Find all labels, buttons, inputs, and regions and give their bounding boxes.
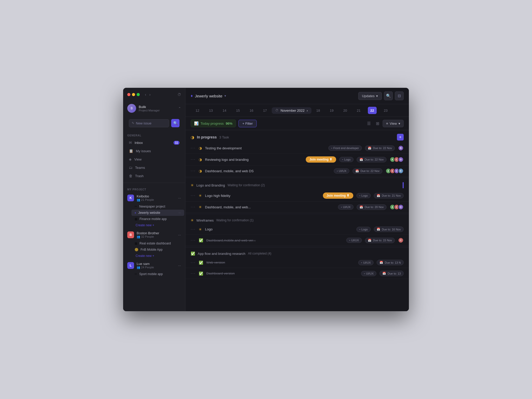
sub-project-finance[interactable]: ▦ Finance mobile app (131, 216, 184, 222)
app-window: ‹ › ⏱ B Bulik Project Manager ⌃ ✎ New is… (123, 88, 409, 311)
sidebar-divider (123, 183, 185, 183)
sub-projects-keibobo: ✂ Newspaper project ♦ Jewerly website ··… (123, 203, 185, 228)
completed-group-icon: ✅ (191, 251, 195, 256)
project-header-lue[interactable]: L Lue sam 👥 24 People ··· (123, 260, 185, 271)
join-meeting-button[interactable]: Join meeting 🎙 (306, 156, 336, 163)
jewerly-icon: ♦ (135, 211, 136, 215)
date-current-month[interactable]: ⏱ November 2022 › (272, 107, 311, 114)
avatar: D (398, 157, 404, 162)
due-date-label: Due to: 22 Nov (373, 147, 392, 150)
history-button[interactable]: ⏱ (177, 92, 181, 97)
dots-icon: ··· (191, 271, 196, 276)
minimize-traffic-light[interactable] (132, 93, 135, 96)
sub-project-name-finance: Finance mobile app (139, 217, 181, 221)
wireframes-waiting-icon: ✳ (191, 218, 194, 222)
filter-button[interactable]: + Filter (238, 120, 257, 127)
chevron-down-icon: ▾ (224, 94, 226, 98)
view-dropdown-button[interactable]: ≡ View ▾ (383, 120, 404, 127)
issue-row[interactable]: ··· ✅ Dashboard,mobile,and web ver... UI… (185, 235, 409, 246)
issue-row[interactable]: ··· ✳ Logo high fidelity Join meeting 🎙 … (185, 190, 409, 202)
trash-icon: 🗑 (129, 174, 132, 178)
current-month-label: November 2022 (281, 109, 305, 112)
sub-project-newspaper[interactable]: ✂ Newspaper project (131, 203, 184, 210)
date-highlighted-22[interactable]: 22 (368, 107, 377, 114)
sub-project-sport[interactable]: ✂ Sport mobile app (131, 271, 184, 277)
list-view-button[interactable]: ☰ (365, 120, 373, 127)
in-progress-count: 3 Task (219, 135, 229, 139)
sub-group-header-wireframes: ✳ Wireframes Waiting for confirmation (1… (185, 215, 409, 224)
sub-group-status-wireframes: Waiting for confirmation (1) (216, 218, 254, 222)
teams-label: Teams (135, 166, 145, 170)
project-header-boston[interactable]: B Boston Brother 👥 32 People ··· (123, 229, 185, 240)
sidebar-item-inbox[interactable]: ✉ Inbox 11 (125, 138, 184, 147)
forward-button[interactable]: › (148, 91, 152, 98)
sub-project-jewerly[interactable]: ♦ Jewerly website ··· (131, 210, 184, 216)
maximize-traffic-light[interactable] (137, 93, 140, 96)
create-new-boston[interactable]: Create new + (130, 253, 185, 259)
nav-forward-icon[interactable]: › (307, 109, 308, 112)
issue-tag: Front end developer (328, 145, 362, 151)
updates-chevron-icon: ▾ (376, 94, 378, 98)
due-date-label: Due to: 13 (388, 272, 401, 275)
nav-buttons: ‹ › (144, 91, 151, 98)
sidebar-item-my-issues[interactable]: 📋 My issues (125, 147, 184, 155)
issue-tag: UI/UX (338, 204, 353, 210)
issue-row[interactable]: ··· ✳ Dashboard, mobile, and web... UI/U… (185, 202, 409, 213)
project-more-keibobo[interactable]: ··· (178, 196, 181, 200)
sub-project-real-estate[interactable]: ▦ Real estate dashboard (131, 240, 184, 247)
date-12: 12 (191, 109, 204, 112)
search-icon-button[interactable]: 🔍 (384, 91, 393, 100)
sub-project-name-newspaper: Newspaper project (139, 205, 181, 208)
progress-icon: 📊 (194, 121, 198, 125)
project-more-boston[interactable]: ··· (178, 233, 181, 237)
new-issue-input[interactable]: ✎ New issue (129, 119, 169, 127)
filter-label: + Filter (242, 122, 253, 125)
project-avatar-l: L (127, 262, 134, 269)
date-19: 19 (325, 109, 338, 112)
search-button[interactable]: 🔍 (171, 119, 179, 127)
issue-row[interactable]: ··· ◑ Dashboard, mobile, and web DS UI/U… (185, 165, 409, 177)
sidebar-item-trash[interactable]: 🗑 Trash (125, 172, 184, 180)
issue-name: Testing the development (205, 146, 325, 150)
grid-view-button[interactable]: ⊞ (374, 120, 381, 127)
project-header-keibobo[interactable]: K Keibobo 👥 21 People ··· (123, 192, 185, 203)
project-people-keibobo: 👥 21 People (137, 198, 154, 202)
issues-container[interactable]: ◑ In progress 3 Task + ··· ◑ Testing the… (185, 130, 409, 311)
sub-group-status-app-flow: All completed (4) (248, 252, 271, 255)
project-people-boston: 👥 32 People (137, 235, 159, 238)
calendar-icon: 📅 (360, 158, 363, 161)
back-button[interactable]: ‹ (144, 91, 147, 98)
calendar-icon: 📅 (368, 147, 371, 150)
user-expand-button[interactable]: ⌃ (178, 107, 181, 110)
sidebar-item-teams[interactable]: 🗂 Teams (125, 163, 184, 172)
my-issues-label: My issues (136, 149, 151, 153)
project-more-lue[interactable]: ··· (178, 263, 181, 268)
waiting-icon: ✳ (191, 183, 194, 187)
sidebar-item-view[interactable]: ◈ View (125, 155, 184, 163)
create-new-keibobo[interactable]: Create new + (130, 222, 185, 228)
issue-row[interactable]: ··· ◑ Testing the development Front end … (185, 143, 409, 154)
layout-icon-button[interactable]: ⊟ (395, 91, 404, 100)
close-traffic-light[interactable] (127, 93, 130, 96)
calendar-icon: 📅 (368, 239, 371, 242)
issue-row[interactable]: ··· ✳ Logo Logo 📅 Due to: 16 Nov (185, 224, 409, 235)
issue-name: Dashboard, mobile, and web... (205, 205, 335, 209)
calendar-icon: 📅 (360, 205, 363, 209)
view-label: View (390, 122, 397, 125)
sub-project-more-jewerly[interactable]: ··· (178, 211, 181, 215)
avatar-stack: A C D (390, 157, 404, 162)
due-date-tag: 📅 Due to: 13 (380, 271, 404, 276)
join-meeting-button[interactable]: Join meeting 🎙 (323, 192, 353, 199)
add-in-progress-button[interactable]: + (397, 134, 404, 141)
sport-icon: ✂ (135, 272, 137, 276)
issue-row[interactable]: ··· ◑ Reviewing logo and branding Join m… (185, 154, 409, 165)
sub-project-name-real-estate: Real estate dashboard (139, 242, 181, 245)
titlebar: ‹ › ⏱ (123, 88, 185, 101)
status-icon: ✳ (199, 227, 202, 231)
issue-row[interactable]: ··· ✅ Dashboard version UI/UX 📅 Due to: … (185, 268, 409, 279)
issue-row[interactable]: ··· ✅ Web version UI/UX 📅 Due to: 13 N (185, 257, 409, 268)
project-title-area: ♦ Jewerly website ▾ (191, 94, 355, 98)
updates-button[interactable]: Updates ▾ (358, 92, 382, 100)
sub-project-fnb[interactable]: 🟡 FnB Mobile App (131, 247, 184, 253)
dots-icon: ··· (191, 146, 196, 150)
